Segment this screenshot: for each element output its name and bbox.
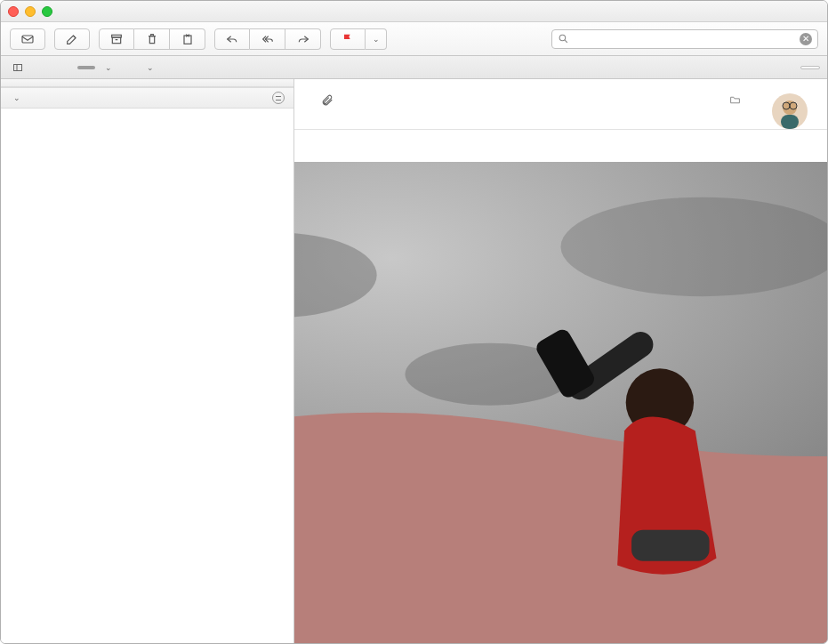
attachment-icon [321,93,334,106]
message-attachment-image[interactable] [294,162,827,643]
message-header [294,79,827,130]
forward-button[interactable] [285,28,321,50]
svg-rect-17 [631,530,710,561]
search-input[interactable] [569,32,800,45]
scope-inbox[interactable] [77,66,95,69]
search-field[interactable]: ✕ [551,29,818,49]
message-body [294,130,827,162]
sort-row[interactable]: ⌄ [1,87,293,109]
folder-icon [729,94,741,106]
search-icon [558,33,569,44]
scope-drafts[interactable]: ⌄ [144,63,154,72]
delete-button[interactable] [134,28,170,50]
message-list: ⌄ [1,79,294,643]
get-mail-button[interactable] [10,28,45,50]
mailboxes-button[interactable] [8,60,31,75]
titlebar [1,1,827,22]
save-search-button[interactable] [800,66,820,69]
sidebar-icon [12,62,24,73]
section-header-top-hits [1,79,293,87]
search-clear-button[interactable]: ✕ [800,33,812,45]
message-folder[interactable] [729,94,745,106]
flag-menu-button[interactable]: ⌄ [366,28,387,50]
flag-button[interactable] [330,28,366,50]
svg-rect-3 [184,36,191,44]
svg-rect-0 [22,36,33,43]
window-controls [8,6,52,17]
avatar[interactable] [772,93,808,129]
scope-bar: ⌄ ⌄ [1,56,827,79]
svg-point-4 [559,35,566,41]
junk-button[interactable] [170,28,205,50]
scope-vip[interactable]: ⌄ [102,63,112,72]
archive-button[interactable] [99,28,134,50]
minimize-button[interactable] [25,6,36,17]
svg-rect-8 [781,115,799,129]
scope-all[interactable] [52,66,70,69]
filter-icon[interactable] [272,92,285,104]
main-split: ⌄ [1,79,827,643]
scope-sent[interactable] [119,66,137,69]
message-pane [294,79,827,643]
toolbar: ⌄ ✕ [1,22,827,56]
reply-button[interactable] [214,28,250,50]
reply-all-button[interactable] [250,28,285,50]
zoom-button[interactable] [42,6,52,17]
svg-rect-5 [14,64,22,70]
svg-rect-2 [112,37,120,44]
close-button[interactable] [8,6,19,17]
compose-button[interactable] [54,28,90,50]
